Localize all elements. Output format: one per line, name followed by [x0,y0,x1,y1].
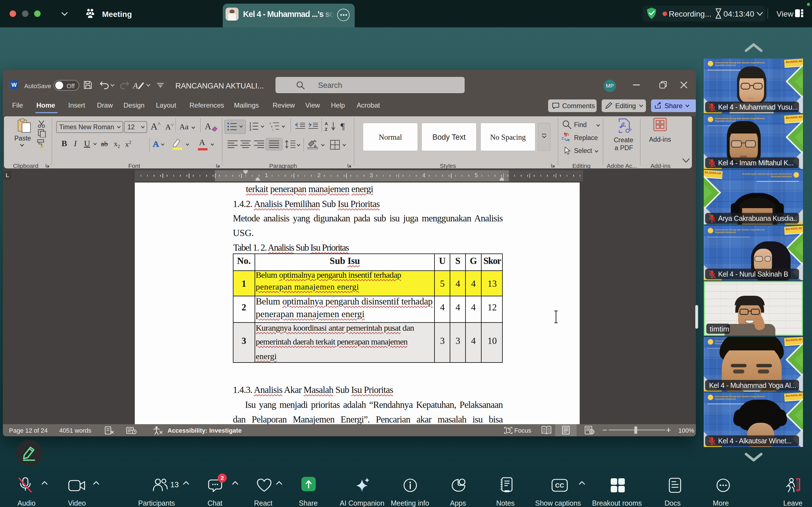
svg-text:CC: CC [555,482,564,489]
svg-text:i: i [272,128,273,131]
svg-text:1: 1 [250,122,251,125]
svg-text:A: A [133,81,138,90]
svg-text:A: A [325,121,328,126]
svg-text:3: 3 [250,128,251,131]
svg-text:1: 1 [269,122,271,125]
svg-text:W: W [11,82,17,88]
svg-text:Z: Z [325,127,327,131]
svg-text:c: c [562,136,564,140]
svg-text:2: 2 [250,125,251,128]
svg-text:a: a [271,125,272,128]
